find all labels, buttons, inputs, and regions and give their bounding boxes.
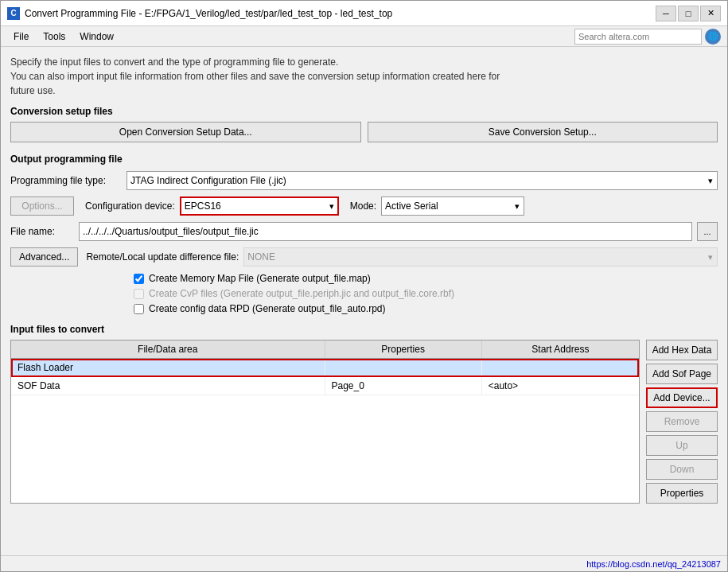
title-controls: ─ □ ✕ [656,6,721,21]
checkbox3-row: Create config data RPD (Generate output_… [134,303,718,314]
checkbox3-label: Create config data RPD (Generate output_… [149,303,386,314]
mode-label: Mode: [350,200,376,212]
app-icon: C [7,7,20,20]
checkbox2-row: Create CvP files (Generate output_file.p… [134,288,718,299]
row2-start-address: <auto> [482,377,639,395]
description-text: Specify the input files to convert and t… [10,55,718,98]
down-button[interactable]: Down [646,459,718,480]
menu-window[interactable]: Window [73,29,120,44]
options-button[interactable]: Options... [10,197,74,216]
prog-file-type-label: Programming file type: [10,175,122,186]
search-bar: 🌐 [574,29,721,45]
prog-file-type-select[interactable]: JTAG Indirect Configuration File (.jic) [127,171,718,190]
output-section: Output programming file Programming file… [10,154,718,314]
table-row[interactable]: SOF Data Page_0 <auto> [11,377,639,395]
properties-button[interactable]: Properties [646,483,718,504]
advanced-row: Advanced... Remote/Local update differen… [10,247,718,267]
files-table: File/Data area Properties Start Address … [10,340,640,504]
desc-line1: Specify the input files to convert and t… [10,55,718,69]
create-memory-map-checkbox[interactable] [134,274,144,284]
remote-select[interactable]: NONE [243,247,718,267]
config-device-select-wrapper: EPCS16 [180,197,339,216]
menu-bar: File Tools Window 🌐 [1,26,727,47]
config-device-label: Configuration device: [85,200,175,212]
up-button[interactable]: Up [646,435,718,456]
browse-button[interactable]: ... [697,222,718,241]
prog-file-type-row: Programming file type: JTAG Indirect Con… [10,171,718,190]
mode-select[interactable]: Active Serial [381,197,524,216]
menu-file[interactable]: File [7,29,35,44]
main-content: Specify the input files to convert and t… [1,47,727,555]
col-start-address: Start Address [482,340,639,358]
add-hex-data-button[interactable]: Add Hex Data [646,340,718,360]
menu-items: File Tools Window [7,29,120,44]
advanced-button[interactable]: Advanced... [10,247,78,267]
mode-select-wrapper: Active Serial [381,197,524,216]
filename-input[interactable] [79,222,692,241]
close-button[interactable]: ✕ [700,6,721,21]
input-section-label: Input files to convert [10,324,718,335]
conversion-section-label: Conversion setup files [10,106,718,117]
row1-properties [325,359,482,376]
add-device-button[interactable]: Add Device... [646,387,718,408]
col-properties: Properties [325,340,482,358]
side-buttons: Add Hex Data Add Sof Page Add Device... … [646,340,718,504]
row1-start-address [482,359,639,376]
title-bar-left: C Convert Programming File - E:/FPGA/1_V… [7,7,392,20]
add-sof-page-button[interactable]: Add Sof Page [646,364,718,384]
save-conversion-button[interactable]: Save Conversion Setup... [368,122,718,142]
maximize-button[interactable]: □ [678,6,699,21]
config-device-select[interactable]: EPCS16 [180,197,339,216]
table-header: File/Data area Properties Start Address [11,340,639,359]
col-file-data: File/Data area [11,340,325,358]
row1-area: Flash Loader [11,359,325,376]
minimize-button[interactable]: ─ [656,6,676,21]
prog-file-type-select-wrapper: JTAG Indirect Configuration File (.jic) [127,171,718,190]
checkbox2-label: Create CvP files (Generate output_file.p… [149,288,454,299]
checkbox1-row: Create Memory Map File (Generate output_… [134,273,718,284]
filename-label: File name: [10,226,74,237]
remote-label: Remote/Local update difference file: [86,251,239,263]
row2-properties: Page_0 [325,377,482,395]
status-url: https://blog.csdn.net/qq_24213087 [586,559,721,569]
open-conversion-button[interactable]: Open Conversion Setup Data... [10,122,361,142]
conversion-buttons: Open Conversion Setup Data... Save Conve… [10,122,718,142]
remove-button[interactable]: Remove [646,411,718,432]
title-bar: C Convert Programming File - E:/FPGA/1_V… [1,1,727,26]
filename-row: File name: ... [10,222,718,241]
search-input[interactable] [574,29,702,45]
create-cvp-checkbox[interactable] [134,289,144,299]
row2-area: SOF Data [11,377,325,395]
desc-line3: future use. [10,84,718,98]
checkbox1-label: Create Memory Map File (Generate output_… [149,273,371,284]
input-section: Input files to convert File/Data area Pr… [10,324,718,504]
desc-line2: You can also import input file informati… [10,69,718,84]
table-row[interactable]: Flash Loader [11,359,639,377]
config-row: Options... Configuration device: EPCS16 … [10,197,718,216]
globe-icon[interactable]: 🌐 [705,29,721,45]
output-section-label: Output programming file [10,154,718,165]
menu-tools[interactable]: Tools [37,29,72,44]
remote-select-wrapper: NONE [243,247,718,267]
table-container: File/Data area Properties Start Address … [10,340,718,504]
window-title: Convert Programming File - E:/FPGA/1_Ver… [25,8,392,19]
status-bar: https://blog.csdn.net/qq_24213087 [1,555,727,571]
create-config-rpd-checkbox[interactable] [134,304,144,314]
main-window: C Convert Programming File - E:/FPGA/1_V… [0,0,728,572]
